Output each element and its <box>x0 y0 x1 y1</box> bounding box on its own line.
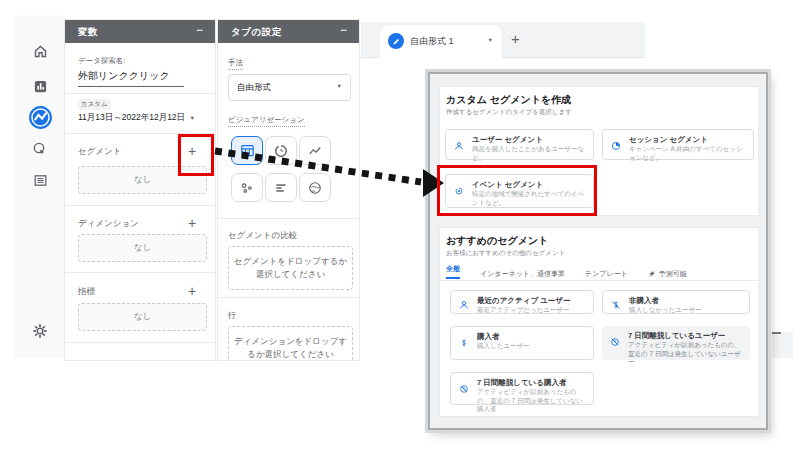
chevron-down-icon[interactable]: ▼ <box>488 37 493 43</box>
card-desc: 商品を購入したことがあるユーザーなど。 <box>472 145 588 162</box>
tab-settings-panel-title: タブの設定 <box>231 26 282 39</box>
divider <box>65 205 215 206</box>
divider <box>65 93 215 94</box>
person-icon <box>454 137 464 155</box>
metrics-empty-drop-zone[interactable]: なし <box>78 303 207 331</box>
person-icon <box>459 296 469 314</box>
user-segment-card[interactable]: ユーザー セグメント 商品を購入したことがあるユーザーなど。 <box>445 129 594 160</box>
tab-templates[interactable]: テンプレート <box>585 269 628 279</box>
money-off-icon <box>611 296 621 314</box>
metrics-label: 指標 <box>78 286 95 298</box>
canvas-tab-strip: 自由形式 1 ▼ + <box>361 22 645 58</box>
highlight-box-add-segment <box>178 134 214 176</box>
advertising-icon[interactable] <box>15 141 65 157</box>
segments-label: セグメント <box>78 146 122 158</box>
tab-predictive[interactable]: 予測可能 <box>648 269 687 279</box>
add-tab-button[interactable]: + <box>511 30 520 47</box>
scatter-chart-icon[interactable] <box>231 173 263 202</box>
segment-builder-dialog: カスタム セグメントを作成 作成するセグメントのタイプを選択します ユーザー セ… <box>428 72 768 430</box>
tab-settings-panel: タブの設定 − 手法 自由形式 ▼ ビジュアリゼーション セグメントの比較 セグ… <box>218 20 359 360</box>
recent-active-users-card[interactable]: 最近のアクティブ ユーザー 最近アクティブだったユーザー <box>450 290 594 314</box>
rows-drop-zone[interactable]: ディメンションをドロップするか選択してください <box>228 326 353 360</box>
card-desc: 最近アクティブだったユーザー <box>477 306 588 315</box>
variables-panel-header: 変数 − <box>65 20 215 43</box>
geo-map-icon[interactable] <box>299 173 331 202</box>
left-nav-rail <box>15 15 65 358</box>
seven-day-lapsed-purchasers-card[interactable]: 7 日間離脱している購入者 アクティビティが以前あったものの、直近の 7 日間は… <box>450 372 594 405</box>
explore-icon[interactable] <box>15 105 65 130</box>
home-icon[interactable] <box>15 44 65 59</box>
card-title: 購入者 <box>477 332 589 342</box>
card-title: セッション セグメント <box>629 135 749 145</box>
add-metric-button[interactable]: + <box>188 284 196 298</box>
edit-pencil-icon <box>388 33 404 49</box>
divider <box>65 342 215 343</box>
date-range-value: 11月13日～2022年12月12日 <box>78 112 185 122</box>
tab-internet-telecom[interactable]: インターネット、通信事業 <box>480 269 565 279</box>
rows-label: 行 <box>228 310 237 322</box>
clock-off-icon <box>610 333 620 351</box>
minimize-icon[interactable]: − <box>340 23 347 37</box>
technique-label: 手法 <box>228 58 243 70</box>
ga4-explorations-screenshot: 変数 − データ探索名: 外部リンククリック カスタム 11月13日～2022年… <box>0 0 800 450</box>
tab-settings-panel-header: タブの設定 − <box>218 20 359 43</box>
variables-panel-title: 変数 <box>78 26 98 39</box>
card-desc: アクティビティが以前あったものの、直近の 7 日間は発生していないユーザー <box>628 341 745 367</box>
segment-comparison-label: セグメントの比較 <box>228 230 297 242</box>
seven-day-lapsed-users-card[interactable]: 7 日間離脱しているユーザー アクティビティが以前あったものの、直近の 7 日間… <box>602 326 750 360</box>
visualization-label: ビジュアリゼーション <box>228 115 305 127</box>
divider <box>218 218 359 219</box>
library-icon[interactable] <box>15 173 65 188</box>
technique-value: 自由形式 <box>237 82 271 94</box>
non-purchasers-card[interactable]: 非購入者 購入しなかったユーザー <box>602 290 750 314</box>
highlight-box-event-segment <box>437 165 597 216</box>
suggested-segment-title: おすすめのセグメント <box>446 234 548 248</box>
date-range-selector[interactable]: 11月13日～2022年12月12日 ▼ <box>78 112 195 124</box>
tab-free-form[interactable]: 自由形式 1 ▼ <box>380 25 502 58</box>
donut-chart-icon[interactable] <box>265 136 297 165</box>
card-title: ユーザー セグメント <box>472 135 589 145</box>
divider <box>65 272 215 273</box>
chevron-down-icon: ▼ <box>337 83 342 89</box>
technique-select[interactable]: 自由形式 ▼ <box>228 74 351 101</box>
background-fragment <box>772 332 793 358</box>
add-dimension-button[interactable]: + <box>188 216 196 230</box>
card-desc: 購入しなかったユーザー <box>629 306 744 315</box>
gear-icon[interactable] <box>15 323 65 339</box>
card-title: 非購入者 <box>629 296 745 306</box>
chevron-down-icon: ▼ <box>189 115 194 121</box>
custom-segment-subtitle: 作成するセグメントのタイプを選択します <box>446 108 572 117</box>
card-desc: 購入したユーザー <box>477 342 588 351</box>
suggested-tabs: 全般 インターネット、通信事業 テンプレート 予測可能 <box>446 264 687 279</box>
tab-predictive-label: 予測可能 <box>659 269 687 279</box>
card-desc: キャンペーン A 経由のすべてのセッションなど。 <box>629 145 748 162</box>
tabs-divider <box>440 280 758 281</box>
bar-chart-icon[interactable] <box>265 173 297 202</box>
dollar-icon <box>459 334 469 352</box>
session-segment-card[interactable]: セッション セグメント キャンペーン A 経由のすべてのセッションなど。 <box>602 129 754 160</box>
segment-comparison-drop-zone[interactable]: セグメントをドロップするか選択してください <box>228 246 353 290</box>
tab-general[interactable]: 全般 <box>446 264 460 279</box>
clock-off-icon <box>459 380 469 398</box>
card-title: 7 日間離脱している購入者 <box>477 378 589 388</box>
card-title: 7 日間離脱しているユーザー <box>628 331 746 341</box>
card-desc: アクティビティが以前あったものの、直近の 7 日間は発生していない購入者 <box>477 388 588 414</box>
card-title: 最近のアクティブ ユーザー <box>477 296 589 306</box>
exploration-name-label: データ探索名: <box>78 56 125 66</box>
session-pie-icon <box>611 137 621 155</box>
divider <box>218 297 359 298</box>
table-chart-icon[interactable] <box>231 136 263 165</box>
date-range-type-chip: カスタム <box>78 99 111 110</box>
tab-label: 自由形式 1 <box>410 35 454 48</box>
line-chart-icon[interactable] <box>299 136 331 165</box>
reports-icon[interactable] <box>15 79 65 94</box>
dimensions-label: ディメンション <box>78 218 139 230</box>
suggested-segment-subtitle: お客様におすすめのその他のセグメント <box>446 249 565 258</box>
dimensions-empty-drop-zone[interactable]: なし <box>78 234 207 262</box>
variables-panel: 変数 − データ探索名: 外部リンククリック カスタム 11月13日～2022年… <box>65 20 215 360</box>
suggested-segment-section: おすすめのセグメント お客様におすすめのその他のセグメント 全般 インターネット… <box>440 228 758 416</box>
predictive-icon <box>648 270 656 278</box>
minimize-icon[interactable]: − <box>196 23 203 37</box>
exploration-name-input[interactable]: 外部リンククリック <box>78 69 184 87</box>
purchasers-card[interactable]: 購入者 購入したユーザー <box>450 326 594 360</box>
